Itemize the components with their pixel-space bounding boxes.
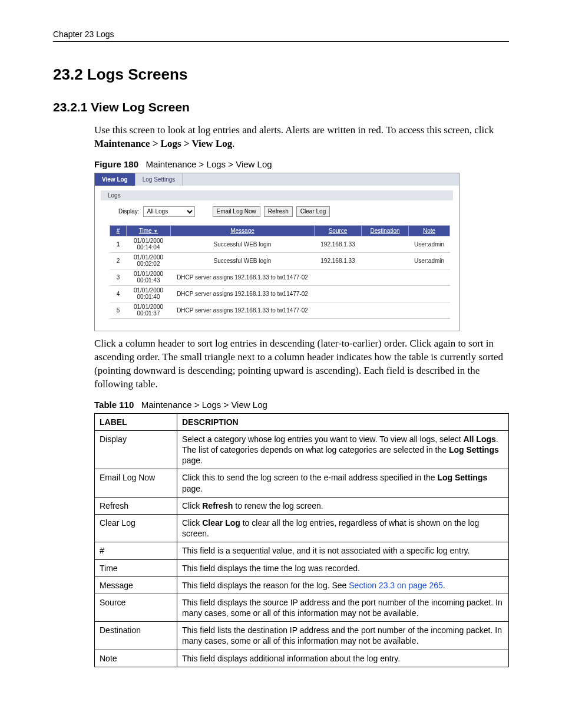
after-figure-paragraph: Click a column header to sort log entrie… <box>94 337 509 391</box>
cell-time-t: 00:01:40 <box>137 294 160 300</box>
figure-label: Figure 180 <box>94 159 138 169</box>
cell-time-t: 00:01:43 <box>137 277 160 284</box>
ref-desc: This field displays the source IP addres… <box>177 594 509 621</box>
col-time[interactable]: Time ▼ <box>127 225 171 236</box>
cell-dst <box>362 252 409 269</box>
cell-time: 01/01/200000:01:43 <box>127 269 171 285</box>
table-row: Time This field displays the time the lo… <box>95 559 509 577</box>
clear-log-button[interactable]: Clear Log <box>296 206 330 217</box>
ref-head-row: LABEL DESCRIPTION <box>95 413 509 430</box>
t: Click this to send the log screen to the… <box>182 473 437 482</box>
table-label: Table 110 <box>94 400 134 410</box>
col-num[interactable]: # <box>110 225 127 236</box>
ref-desc: This field lists the destination IP addr… <box>177 622 509 650</box>
ref-label: Email Log Now <box>95 469 177 497</box>
col-message[interactable]: Message <box>171 225 315 236</box>
ref-th-desc: DESCRIPTION <box>177 413 509 430</box>
section-heading-1: 23.2 Logs Screens <box>53 65 509 84</box>
cell-dst <box>362 236 409 252</box>
cell-time: 01/01/200000:14:04 <box>127 236 171 252</box>
cell-time-t: 00:14:04 <box>137 244 160 251</box>
chapter-header: Chapter 23 Logs <box>53 29 509 42</box>
t: page. <box>182 456 203 465</box>
cell-num: 5 <box>110 302 127 318</box>
email-log-now-button[interactable]: Email Log Now <box>213 206 260 217</box>
cell-time-d: 01/01/2000 <box>134 254 163 261</box>
cell-time-d: 01/01/2000 <box>134 238 163 244</box>
tab-view-log[interactable]: View Log <box>95 173 135 186</box>
cell-dst <box>362 269 409 285</box>
ref-desc: This field is a sequential value, and it… <box>177 542 509 559</box>
cell-src <box>315 302 362 318</box>
log-controls: Display: All Logs Email Log Now Refresh … <box>118 206 453 217</box>
cell-dst <box>362 302 409 318</box>
table-row: 5 01/01/200000:01:37 DHCP server assigns… <box>110 302 450 318</box>
table-row: # This field is a sequential value, and … <box>95 542 509 559</box>
t: to renew the log screen. <box>233 501 323 510</box>
table-row: 3 01/01/200000:01:43 DHCP server assigns… <box>110 269 450 285</box>
chapter-text: Chapter 23 Logs <box>53 29 114 39</box>
b: All Logs <box>464 434 496 444</box>
table-row: Display Select a category whose log entr… <box>95 430 509 469</box>
log-entries-table: # Time ▼ Message Source Destination Note… <box>110 225 450 319</box>
display-label: Display: <box>118 208 140 215</box>
cell-time: 01/01/200000:01:40 <box>127 285 171 302</box>
ref-label: Refresh <box>95 497 177 514</box>
ref-desc: This field displays additional informati… <box>177 650 509 667</box>
tab-log-settings[interactable]: Log Settings <box>135 173 183 186</box>
reference-table: LABEL DESCRIPTION Display Select a categ… <box>94 413 509 667</box>
ref-label: Source <box>95 594 177 621</box>
table-row: 4 01/01/200000:01:40 DHCP server assigns… <box>110 285 450 302</box>
cross-ref-link[interactable]: Section 23.3 on page 265 <box>349 581 443 590</box>
cell-src <box>315 285 362 302</box>
ref-label: # <box>95 542 177 559</box>
sort-desc-icon: ▼ <box>153 229 158 234</box>
table-row: 1 01/01/200000:14:04 Successful WEB logi… <box>110 236 450 252</box>
cell-note: User:admin <box>409 252 450 269</box>
view-log-screenshot: View Log Log Settings Logs Display: All … <box>94 173 459 331</box>
cell-time-d: 01/01/2000 <box>134 271 163 277</box>
ref-desc: Click Refresh to renew the log screen. <box>177 497 509 514</box>
cell-time-d: 01/01/2000 <box>134 287 163 294</box>
cell-src <box>315 269 362 285</box>
table-caption: Table 110 Maintenance > Logs > View Log <box>94 400 509 410</box>
table-row: Clear Log Click Clear Log to clear all t… <box>95 514 509 542</box>
figure-caption-text: Maintenance > Logs > View Log <box>146 159 272 169</box>
cell-msg: DHCP server assigns 192.168.1.33 to tw11… <box>171 302 315 318</box>
tab-bar: View Log Log Settings <box>95 173 459 186</box>
table-row: Note This field displays additional info… <box>95 650 509 667</box>
cell-num: 4 <box>110 285 127 302</box>
cell-time: 01/01/200000:01:37 <box>127 302 171 318</box>
ref-label: Message <box>95 577 177 594</box>
display-select[interactable]: All Logs <box>143 206 195 217</box>
intro-text: Use this screen to look at log entries a… <box>94 124 494 136</box>
b: Log Settings <box>449 445 499 454</box>
cell-src: 192.168.1.33 <box>315 236 362 252</box>
cell-msg: Successful WEB login <box>171 252 315 269</box>
ref-label: Display <box>95 430 177 469</box>
col-num-text: # <box>117 228 120 234</box>
ref-desc: Click this to send the log screen to the… <box>177 469 509 497</box>
ref-label: Note <box>95 650 177 667</box>
ref-desc: This field displays the time the log was… <box>177 559 509 577</box>
col-note[interactable]: Note <box>409 225 450 236</box>
col-time-text: Time <box>139 228 152 234</box>
cell-time: 01/01/200000:02:02 <box>127 252 171 269</box>
view-log-body: Logs Display: All Logs Email Log Now Ref… <box>95 186 459 331</box>
table-row: Message This field displays the reason f… <box>95 577 509 594</box>
t: Click <box>182 518 202 528</box>
ref-label: Time <box>95 559 177 577</box>
cell-time-d: 01/01/2000 <box>134 304 163 310</box>
cell-note <box>409 269 450 285</box>
cell-time-t: 00:02:02 <box>137 261 160 267</box>
ref-desc: This field displays the reason for the l… <box>177 577 509 594</box>
t: Select a category whose log entries you … <box>182 434 464 444</box>
ref-desc: Click Clear Log to clear all the log ent… <box>177 514 509 542</box>
col-destination[interactable]: Destination <box>362 225 409 236</box>
figure-caption: Figure 180 Maintenance > Logs > View Log <box>94 159 509 169</box>
col-source[interactable]: Source <box>315 225 362 236</box>
ref-th-label: LABEL <box>95 413 177 430</box>
refresh-button[interactable]: Refresh <box>264 206 293 217</box>
cell-note <box>409 285 450 302</box>
cell-msg: Successful WEB login <box>171 236 315 252</box>
